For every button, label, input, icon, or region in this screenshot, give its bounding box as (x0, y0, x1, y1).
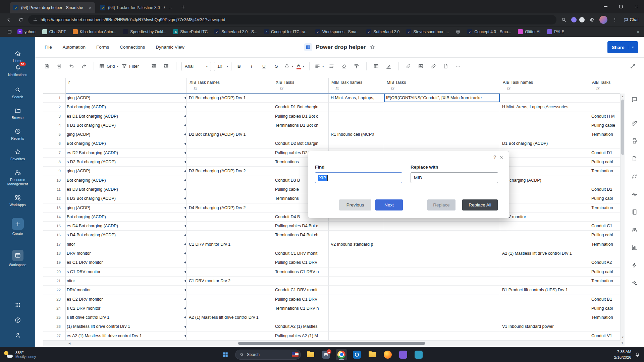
horizontal-scroll-thumb[interactable] (238, 342, 425, 345)
cell-r14-c7[interactable] (589, 213, 620, 222)
cell-r24-c5[interactable] (384, 304, 500, 313)
sidebar-help-button[interactable] (0, 317, 35, 323)
cell-r6-c5[interactable] (384, 139, 500, 148)
row-number[interactable]: 25 (43, 313, 66, 322)
menu-connections[interactable]: Connections (120, 45, 145, 50)
cell-r20-c3[interactable]: Terminations C1 DRV n (273, 267, 329, 277)
row-number[interactable]: 4 (43, 121, 66, 130)
cell-r22-c3[interactable]: Conduit C1 DRV monit (273, 286, 329, 295)
cell-r4-c3[interactable]: Terminations D1 Bot ch (273, 121, 329, 130)
bookmark-item[interactable]: ChatGPT (42, 29, 66, 34)
cell-r9-c6[interactable] (500, 167, 589, 176)
row-number[interactable]: 2 (43, 103, 66, 112)
cell-r23-c7[interactable]: Conduit B1 (589, 295, 620, 304)
side-panel-button[interactable] (5, 27, 14, 37)
cell-r21-c6[interactable] (500, 277, 589, 286)
cell-r1-c1[interactable]: ging (ACDP) (66, 94, 187, 103)
more-button[interactable] (453, 62, 463, 71)
cell-r14-c6[interactable]: DRV monitor (500, 213, 589, 222)
reload-button[interactable] (16, 15, 25, 24)
outlook-button[interactable] (351, 349, 363, 360)
cell-r1-c2[interactable]: D1 Bot charging (ACDP) Drv 1 (187, 94, 273, 103)
bookmark-item[interactable]: Glitter AI (518, 29, 540, 34)
cell-r24-c2[interactable] (187, 304, 273, 313)
cell-r23-c4[interactable] (329, 295, 384, 304)
bold-button[interactable]: B (234, 62, 244, 71)
cell-r4-c6[interactable] (500, 121, 589, 130)
cell-r16-c2[interactable] (187, 231, 273, 240)
row-number[interactable]: 14 (43, 213, 66, 222)
cell-r10-c7[interactable] (589, 176, 620, 185)
cell-r26-c3[interactable]: Conduit A2 (1) Mastles (273, 322, 329, 331)
address-bar[interactable]: https://app.smartsheet.com/sheets/6Rm2HR… (28, 15, 556, 24)
cell-r27-c6[interactable] (500, 331, 589, 341)
cell-r16-c6[interactable] (500, 231, 589, 240)
row-number[interactable]: 27 (43, 331, 66, 341)
cell-r6-c3[interactable]: Conduit D2 Bot chargin (273, 139, 329, 148)
column-header-6[interactable]: AIB Tasksfx (589, 78, 620, 93)
new-tab-button[interactable] (179, 3, 187, 11)
cell-r7-c7[interactable]: Conduit D1 (589, 148, 620, 158)
cell-r5-c1[interactable]: ging (ACDP) (66, 130, 187, 139)
cell-r21-c3[interactable] (273, 277, 329, 286)
cell-r20-c7[interactable]: Pulling cabl (589, 267, 620, 277)
column-header-2[interactable]: XIB Tasksfx (273, 78, 329, 93)
bookmark-item[interactable]: ✓Sutherland 2.0 (366, 29, 399, 34)
maximize-button[interactable] (613, 0, 629, 13)
update-requests-button[interactable] (630, 172, 638, 180)
row-number[interactable]: 21 (43, 277, 66, 286)
cell-r12-c6[interactable] (500, 194, 589, 203)
cell-r1-c4[interactable]: H Mint. Areas, Laptops, (329, 94, 384, 103)
row-number[interactable]: 13 (43, 203, 66, 213)
bookmarks-overflow-button[interactable]: » (637, 29, 639, 34)
bookmark-item[interactable]: ✓Sutherland 2.0 - S... (214, 29, 257, 34)
cell-r18-c4[interactable] (329, 249, 384, 258)
start-button[interactable] (220, 349, 231, 360)
sidebar-item-search[interactable]: Search (0, 86, 35, 99)
cell-r27-c3[interactable]: Pulling cables A2 (1) M (273, 331, 329, 341)
firefox-button[interactable] (382, 349, 393, 360)
profile-avatar[interactable] (599, 16, 607, 24)
scroll-left-icon[interactable]: ◀ (67, 341, 72, 346)
row-number[interactable]: 20 (43, 267, 66, 277)
cell-r11-c2[interactable] (187, 185, 273, 194)
notification-bell-icon[interactable] (635, 352, 640, 357)
cell-r24-c7[interactable]: Pulling cabl (589, 304, 620, 313)
clear-format-button[interactable] (339, 62, 349, 71)
cell-r6-c1[interactable]: Bot charging (ACDP) (66, 139, 187, 148)
profile-chip[interactable]: Chat (622, 17, 640, 22)
cell-r16-c1[interactable]: s D4 Bot charging (ACDP) (66, 231, 187, 240)
insert-table-button[interactable] (372, 62, 381, 71)
expand-button[interactable] (628, 62, 637, 71)
link-button[interactable] (404, 62, 413, 71)
cell-r19-c3[interactable]: Pulling cables C1 DRV (273, 258, 329, 267)
format-painter-button[interactable] (352, 62, 361, 71)
cell-r20-c4[interactable] (329, 267, 384, 277)
cell-r7-c2[interactable] (187, 148, 273, 158)
bookmark-item[interactable]: ✓Concept for ITC tra... (264, 29, 309, 34)
cell-r18-c7[interactable] (589, 249, 620, 258)
cell-r13-c6[interactable] (500, 203, 589, 213)
bookmark-item[interactable] (455, 29, 461, 34)
purple-app-button[interactable] (397, 349, 409, 360)
image-button[interactable] (416, 62, 426, 71)
charts-button[interactable] (630, 243, 638, 251)
cell-r24-c6[interactable] (500, 304, 589, 313)
cell-r18-c5[interactable] (384, 249, 500, 258)
sidebar-apps-grid-button[interactable] (0, 302, 35, 308)
cell-r15-c7[interactable]: Conduit C1 (589, 222, 620, 231)
cell-r15-c3[interactable]: Pulling cables D4 Bot c (273, 222, 329, 231)
close-dialog-button[interactable] (499, 155, 504, 160)
cell-r13-c2[interactable]: D4 Bot charging (ACDP) Drv 2 (187, 203, 273, 213)
back-button[interactable] (4, 15, 13, 24)
cell-r3-c3[interactable]: Pulling cables D1 Bot c (273, 112, 329, 121)
cell-r20-c5[interactable] (384, 267, 500, 277)
row-number[interactable]: 18 (43, 249, 66, 258)
cell-r21-c4[interactable] (329, 277, 384, 286)
cell-r2-c4[interactable] (329, 103, 384, 112)
row-number[interactable]: 17 (43, 240, 66, 249)
cell-r26-c5[interactable] (384, 322, 500, 331)
row-number[interactable]: 24 (43, 304, 66, 313)
cell-r16-c5[interactable] (384, 231, 500, 240)
cell-r22-c1[interactable]: DRV monitor (66, 286, 187, 295)
